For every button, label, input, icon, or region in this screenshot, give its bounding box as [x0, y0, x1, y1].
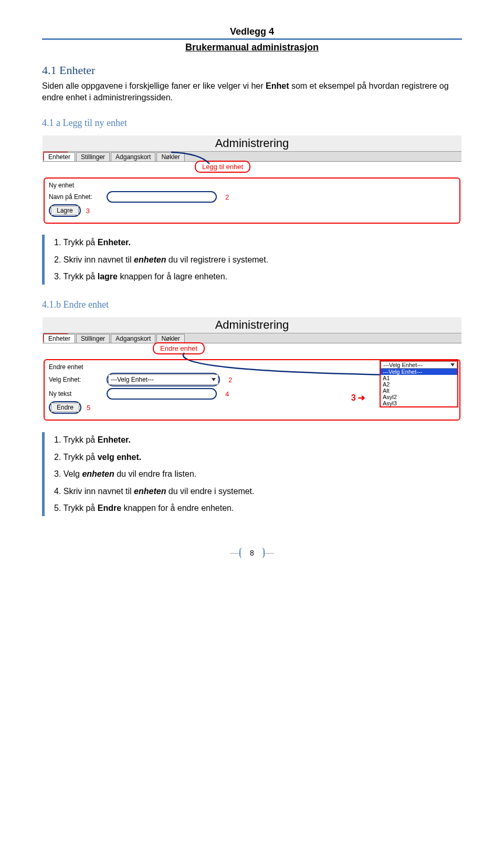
field-label: Velg Enhet:	[49, 376, 101, 383]
list-text: 3. Trykk på	[54, 272, 98, 281]
button-highlight: Endre	[49, 401, 81, 414]
field-label: Ny tekst	[49, 390, 101, 397]
list-item: 3. Velg enheten du vil endre fra listen.	[54, 466, 462, 482]
chevron-down-icon	[212, 378, 216, 381]
chevron-down-icon	[450, 363, 455, 366]
list-text: du vil endre fra listen.	[114, 469, 197, 478]
subsection-heading: 4.1 a Legg til ny enhet	[42, 118, 462, 129]
dropdown-option[interactable]: Asyl3	[381, 400, 457, 406]
dropdown-option[interactable]: Asyl2	[381, 394, 457, 400]
dropdown-option[interactable]: A1	[381, 375, 457, 381]
window-title: Administrering	[43, 135, 461, 152]
list-text: 2. Skriv inn navnet til	[54, 255, 134, 264]
list-text: 5. Trykk på	[54, 504, 98, 512]
para-bold: Enhet	[266, 81, 289, 90]
dropdown-collapsed[interactable]: ---Velg Enhet---	[381, 361, 457, 369]
tab-enheter[interactable]: Enheter	[44, 152, 75, 161]
list-italic: enheten	[134, 487, 166, 496]
list-italic: enheten	[134, 255, 166, 264]
enhet-name-input[interactable]	[107, 191, 217, 203]
annotation-number: 2	[225, 193, 229, 201]
velg-enhet-select[interactable]: ---Velg Enhet---	[108, 374, 218, 385]
list-bold: Enheter.	[98, 238, 131, 247]
endre-button[interactable]: Endre	[51, 403, 79, 412]
list-text: 1. Trykk på	[54, 435, 98, 444]
doc-subheader: Brukermanual administrasjon	[42, 42, 462, 53]
list-item: 2. Trykk på velg enhet.	[54, 449, 462, 465]
list-bold: lagre	[98, 272, 118, 281]
page-number: 8	[239, 548, 265, 558]
annotation-number: 5	[87, 404, 90, 412]
list-italic: enheten	[82, 469, 114, 478]
window-title: Administrering	[43, 317, 461, 333]
annotation-number: 4	[225, 390, 229, 398]
panel-title: Ny enhet	[49, 182, 455, 189]
list-bold: Enheter.	[98, 435, 131, 444]
dropdown-head-text: ---Velg Enhet---	[383, 362, 423, 368]
list-item: 4. Skriv inn navnet til enheten du vil e…	[54, 484, 462, 499]
annotation-number: 3 ➔	[351, 393, 365, 403]
figure-legg-til-enhet: 1 Administrering Enheter Stillinger Adga…	[42, 135, 462, 224]
dropdown-option-selected[interactable]: ---Velg Enhet---	[381, 369, 457, 375]
list-bold: Endre	[98, 504, 121, 512]
button-highlight: Lagre	[49, 204, 81, 217]
tab-enheter[interactable]: Enheter	[44, 334, 75, 343]
enhet-dropdown-list: ---Velg Enhet--- ---Velg Enhet--- A1 A2 …	[380, 360, 458, 407]
page-number-wrap: 8	[42, 548, 462, 558]
list-text: 3. Velg	[54, 469, 82, 478]
list-text: knappen for å endre enheten.	[121, 504, 234, 512]
list-text: 2. Trykk på	[54, 453, 98, 462]
tab-stillinger[interactable]: Stillinger	[76, 334, 110, 343]
tab-adgangskort[interactable]: Adgangskort	[111, 152, 155, 161]
arrow-right-icon: ➔	[358, 393, 365, 402]
list-item: 1. Trykk på Enheter.	[54, 432, 462, 448]
list-item: 5. Trykk på Endre knappen for å endre en…	[54, 500, 462, 516]
select-highlight: ---Velg Enhet---	[107, 373, 220, 386]
select-value: ---Velg Enhet---	[111, 376, 154, 383]
tab-nokler[interactable]: Nøkler	[156, 334, 184, 343]
list-item: 3. Trykk på lagre knappen for å lagre en…	[54, 269, 462, 285]
dropdown-option[interactable]: A2	[381, 381, 457, 387]
tab-adgangskort[interactable]: Adgangskort	[111, 334, 155, 343]
figure-endre-enhet: 1 Administrering Enheter Stillinger Adga…	[42, 317, 462, 422]
doc-header: Vedlegg 4	[42, 26, 462, 40]
annotation-number-text: 3	[351, 393, 356, 402]
field-label: Navn på Enhet:	[49, 193, 101, 201]
list-text: 1. Trykk på	[54, 238, 98, 247]
form-panel: Endre enhet Velg Enhet: ---Velg Enhet---…	[44, 359, 460, 421]
instruction-list: 1. Trykk på Enheter. 2. Skriv inn navnet…	[42, 235, 462, 285]
list-text: knappen for å lagre enheten.	[118, 272, 227, 281]
list-bold: velg enhet.	[98, 453, 142, 462]
lagre-button[interactable]: Lagre	[51, 206, 79, 215]
ny-tekst-input[interactable]	[107, 388, 217, 400]
list-item: 2. Skriv inn navnet til enheten du vil r…	[54, 252, 462, 268]
callout-connector-icon	[169, 148, 232, 169]
tab-bar: Enheter Stillinger Adgangskort Nøkler	[43, 333, 461, 343]
instruction-list: 1. Trykk på Enheter. 2. Trykk på velg en…	[42, 432, 462, 516]
list-text: du vil endre i systemet.	[166, 487, 254, 496]
list-text: du vil registrere i systemet.	[166, 255, 268, 264]
section-heading: 4.1 Enheter	[42, 64, 462, 77]
para-text: Siden alle oppgavene i forskjellige fane…	[42, 81, 266, 90]
tab-bar: Enheter Stillinger Adgangskort Nøkler	[43, 152, 461, 162]
annotation-number: 3	[86, 207, 90, 215]
list-item: 1. Trykk på Enheter.	[54, 235, 462, 250]
list-text: 4. Skriv inn navnet til	[54, 487, 134, 496]
subsection-heading: 4.1.b Endre enhet	[42, 299, 462, 310]
form-panel: Ny enhet Navn på Enhet: 2 Lagre 3	[44, 177, 460, 224]
annotation-number: 2	[228, 376, 232, 384]
tab-stillinger[interactable]: Stillinger	[76, 152, 110, 161]
intro-paragraph: Siden alle oppgavene i forskjellige fane…	[42, 80, 462, 103]
dropdown-option[interactable]: Alt	[381, 387, 457, 394]
